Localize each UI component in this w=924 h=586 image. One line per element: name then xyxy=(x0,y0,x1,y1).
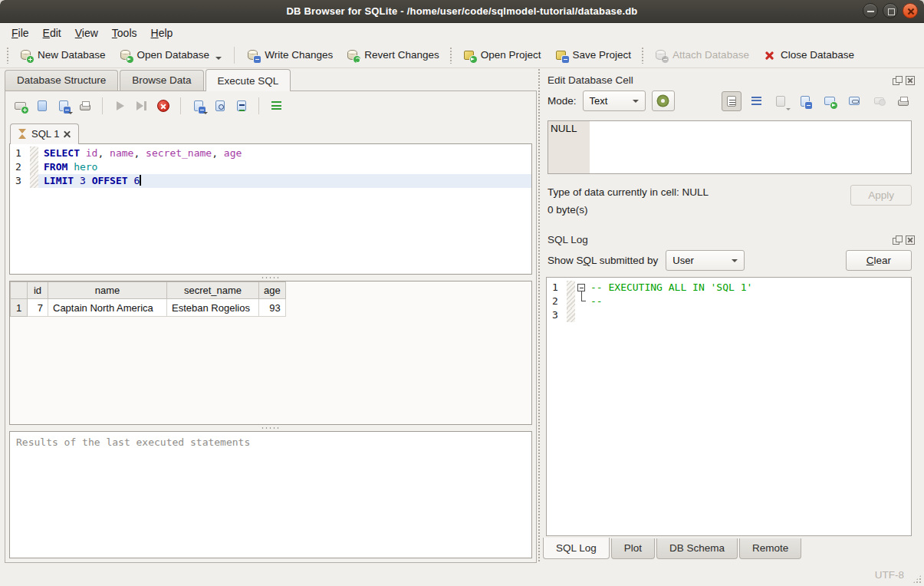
tab-browse-data[interactable]: Browse Data xyxy=(120,70,203,91)
cell-secret-name[interactable]: Esteban Rogelios xyxy=(167,299,259,317)
open-database-icon xyxy=(120,49,133,61)
encoding-indicator[interactable]: UTF-8 xyxy=(875,569,904,581)
close-tab-icon[interactable] xyxy=(64,130,71,137)
float-panel-icon[interactable] xyxy=(893,76,902,85)
maximize-icon[interactable] xyxy=(883,3,898,18)
editor-line: 1SELECT id, name, secret_name, age xyxy=(10,146,531,160)
dock-tab-bar: SQL Log Plot DB Schema Remote xyxy=(541,538,919,563)
menu-tools[interactable]: Tools xyxy=(105,25,144,41)
save-sql-file-button[interactable] xyxy=(54,97,73,115)
edit-cell-header: Edit Database Cell xyxy=(541,70,919,89)
menu-help[interactable]: Help xyxy=(144,25,180,41)
tab-database-structure[interactable]: Database Structure xyxy=(5,70,118,91)
tab-remote[interactable]: Remote xyxy=(739,538,801,559)
sql-log-header: SQL Log xyxy=(541,229,919,249)
toolbar-drag-handle[interactable] xyxy=(6,47,10,64)
cell-age[interactable]: 93 xyxy=(259,299,286,317)
sql-log-editor[interactable]: 1 -- EXECUTING ALL IN 'SQL 1' 2 -- 3 xyxy=(546,277,912,536)
cell-name[interactable]: Captain North America xyxy=(48,299,167,317)
cell-value-editor[interactable]: NULL xyxy=(547,120,912,174)
tab-sql-log[interactable]: SQL Log xyxy=(543,538,610,559)
menu-file[interactable]: File xyxy=(5,25,36,41)
edit-cell-title: Edit Database Cell xyxy=(547,74,633,86)
attach-database-button: Attach Database xyxy=(648,45,756,65)
menu-edit[interactable]: Edit xyxy=(36,25,68,41)
tab-execute-sql[interactable]: Execute SQL xyxy=(206,69,291,91)
titlebar[interactable]: DB Browser for SQLite - /home/user/code/… xyxy=(0,0,924,23)
right-dock: Edit Database Cell Mode: Text xyxy=(541,68,924,563)
text-mode-button[interactable] xyxy=(722,91,742,111)
write-changes-button[interactable]: Write Changes xyxy=(240,45,340,65)
statusbar: UTF-8 xyxy=(0,563,924,586)
toolbar-separator xyxy=(234,47,235,64)
menu-view[interactable]: View xyxy=(68,25,105,41)
open-sql-file-button[interactable] xyxy=(32,97,51,115)
splitter-table-results[interactable] xyxy=(9,425,532,431)
toolbar-separator xyxy=(449,47,453,64)
save-project-button[interactable]: Save Project xyxy=(548,45,639,65)
column-header-id[interactable]: id xyxy=(28,282,48,299)
column-header-age[interactable]: age xyxy=(259,282,286,299)
submitted-by-select[interactable]: User xyxy=(666,250,745,271)
close-icon[interactable] xyxy=(903,3,918,18)
auto-switch-mode-button[interactable] xyxy=(652,91,675,111)
cell-value: NULL xyxy=(548,121,590,173)
mode-select[interactable]: Text xyxy=(583,91,646,111)
stop-execution-button[interactable] xyxy=(153,97,173,115)
clear-button[interactable]: Clear xyxy=(846,250,912,271)
toolbar-separator xyxy=(102,97,103,114)
save-project-icon xyxy=(555,49,568,61)
export-results-button[interactable] xyxy=(189,97,208,115)
sql-tab[interactable]: SQL 1 xyxy=(10,123,79,144)
execute-all-button xyxy=(110,97,130,115)
splitter-editor-table[interactable] xyxy=(9,275,532,281)
execute-sql-pane: SQL 1 1SELECT id, name, secret_name, age… xyxy=(5,91,537,563)
chevron-down-icon xyxy=(633,100,639,103)
open-project-button[interactable]: Open Project xyxy=(456,45,548,65)
open-database-dropdown-icon[interactable] xyxy=(215,57,222,60)
menubar: File Edit View Tools Help xyxy=(0,23,924,42)
column-header-secret-name[interactable]: secret_name xyxy=(167,282,259,299)
results-message-pane[interactable]: Results of the last executed statements xyxy=(9,431,532,558)
word-wrap-button[interactable] xyxy=(746,91,766,111)
close-database-button[interactable]: Close Database xyxy=(756,45,861,65)
new-database-icon xyxy=(20,49,33,61)
close-panel-icon[interactable] xyxy=(906,76,915,85)
export-external-button[interactable] xyxy=(820,91,840,111)
import-data-button xyxy=(771,91,791,111)
hourglass-icon xyxy=(18,129,27,139)
column-header-name[interactable]: name xyxy=(48,282,167,299)
cell-id[interactable]: 7 xyxy=(28,299,48,317)
results-table-area: id name secret_name age 1 7 Captain Nort… xyxy=(9,281,532,425)
new-database-button[interactable]: New Database xyxy=(13,45,113,65)
tab-db-schema[interactable]: DB Schema xyxy=(656,538,738,559)
toolbar-separator xyxy=(641,47,645,64)
minimize-icon[interactable] xyxy=(863,3,878,18)
row-number[interactable]: 1 xyxy=(11,299,28,317)
print-cell-button[interactable] xyxy=(893,91,913,111)
print-button[interactable] xyxy=(75,97,94,115)
float-panel-icon[interactable] xyxy=(893,235,902,245)
log-line: 1 -- EXECUTING ALL IN 'SQL 1' xyxy=(547,281,911,295)
open-database-button[interactable]: Open Database xyxy=(113,45,229,65)
tab-plot[interactable]: Plot xyxy=(611,538,655,559)
sql-tab-bar: SQL 1 xyxy=(9,120,532,143)
link-button[interactable] xyxy=(844,91,864,111)
fold-collapse-icon[interactable] xyxy=(577,284,585,291)
revert-changes-button[interactable]: Revert Changes xyxy=(340,45,446,65)
find-replace-button[interactable] xyxy=(232,97,251,115)
sql-editor[interactable]: 1SELECT id, name, secret_name, age 2FROM… xyxy=(9,143,532,275)
toolbar-separator xyxy=(258,97,259,114)
left-panel: Database Structure Browse Data Execute S… xyxy=(0,68,537,563)
auto-format-button[interactable] xyxy=(267,97,286,115)
resize-grip[interactable] xyxy=(912,574,922,584)
cell-mode-row: Mode: Text xyxy=(541,89,919,116)
new-tab-button[interactable] xyxy=(11,97,30,115)
find-button[interactable] xyxy=(210,97,229,115)
results-table: id name secret_name age 1 7 Captain Nort… xyxy=(10,281,286,317)
log-line: 3 xyxy=(547,308,911,322)
revert-changes-icon xyxy=(347,49,360,61)
close-panel-icon[interactable] xyxy=(906,235,915,245)
save-as-button[interactable] xyxy=(795,91,815,111)
execute-current-line-button xyxy=(132,97,151,115)
